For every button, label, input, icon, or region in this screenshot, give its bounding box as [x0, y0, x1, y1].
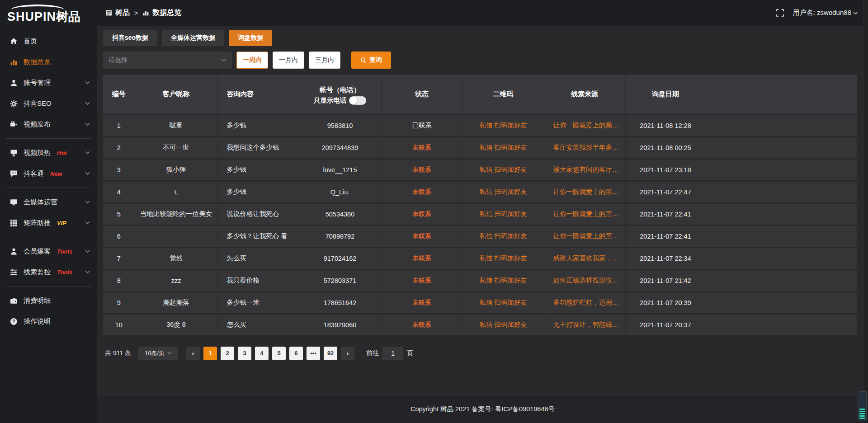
- toggle-knob: [349, 97, 357, 104]
- source-link[interactable]: 客厅安装投影半年多了，真实...: [544, 136, 625, 159]
- sidebar-item-video-publish[interactable]: 视频发布: [0, 114, 97, 135]
- phone-only-toggle[interactable]: [349, 96, 366, 105]
- tab-bar: 抖音seo数据 全媒体运营数据 询盘数据: [103, 30, 857, 46]
- floating-widget[interactable]: [858, 391, 867, 421]
- cell-date: 2021-11-07 22:34: [625, 247, 706, 269]
- sidebar-item-help[interactable]: ? 操作说明: [0, 311, 97, 332]
- qrcode-link[interactable]: 私信 扫码加好友: [462, 291, 544, 314]
- qrcode-link[interactable]: 私信 扫码加好友: [462, 136, 544, 159]
- cell-no: 1: [103, 114, 135, 136]
- chevron-down-icon: [85, 102, 90, 105]
- page-size-select[interactable]: 10条/页: [138, 347, 178, 360]
- header-date: 询盘日期: [625, 75, 706, 114]
- page-button-3[interactable]: 3: [238, 347, 251, 360]
- source-link[interactable]: 如何正确选择投影仪，买投影...: [544, 269, 625, 291]
- source-link[interactable]: 让你一眼就爱上的黑科技，能...: [544, 114, 625, 136]
- qrcode-link[interactable]: 私信 扫码加好友: [462, 181, 544, 203]
- sidebar-divider: [6, 286, 91, 287]
- search-button[interactable]: 查询: [351, 52, 391, 69]
- source-link[interactable]: 无主灯设计，智能磁吸轨道灯...: [544, 314, 625, 336]
- tab-inquiry-data[interactable]: 询盘数据: [229, 30, 272, 46]
- table-row: 1 啵章 多少钱 9583810 已联系 私信 扫码加好友 让你一眼就爱上的黑科…: [103, 114, 857, 136]
- fullscreen-icon[interactable]: [776, 9, 784, 17]
- gear-icon: [10, 100, 18, 108]
- chevron-down-icon: [85, 122, 90, 126]
- next-page-button[interactable]: ›: [341, 347, 354, 360]
- new-badge: New: [50, 170, 62, 177]
- breadcrumb-root[interactable]: 树品: [115, 8, 130, 18]
- source-link[interactable]: 多功能护栏灯，适用于乡村文...: [544, 291, 625, 314]
- table-row: 7 觉然 怎么买 917024162 未联系 私信 扫码加好友 感谢大家喜欢我家…: [103, 247, 857, 269]
- page-button-92[interactable]: 92: [324, 347, 337, 360]
- sidebar-item-home[interactable]: 首页: [0, 31, 97, 52]
- scrollbar[interactable]: [863, 0, 868, 423]
- table-row: 5 当地比较能吃的一位美女 说说价格让我死心 50534380 未联系 私信 扫…: [103, 203, 857, 225]
- account-select[interactable]: 请选择: [103, 52, 232, 69]
- cell-content: 多少钱: [217, 181, 299, 203]
- sidebar-item-video-heat[interactable]: 视频加热 Hot: [0, 142, 97, 163]
- cell-content: 我想问这个多少钱: [217, 136, 299, 159]
- qrcode-link[interactable]: 私信 扫码加好友: [462, 159, 544, 181]
- page-button-2[interactable]: 2: [221, 347, 234, 360]
- qrcode-link[interactable]: 私信 扫码加好友: [462, 203, 544, 225]
- source-link[interactable]: 让你一眼就爱上的黑科技，能...: [544, 203, 625, 225]
- cell-account: 50534380: [299, 203, 381, 225]
- chevron-down-icon: [85, 249, 90, 253]
- vip-badge: VIP: [57, 220, 66, 226]
- source-link[interactable]: 让你一眼就爱上的黑科技，能...: [544, 181, 625, 203]
- breadcrumb-separator: >: [133, 9, 139, 17]
- cell-filler: [706, 269, 857, 291]
- cell-content: 说说价格让我死心: [217, 203, 299, 225]
- table-row: 2 不可一世 我想问这个多少钱 2097344839 未联系 私信 扫码加好友 …: [103, 136, 857, 159]
- sidebar-item-matrix-boost[interactable]: 矩阵助推 VIP: [0, 212, 97, 233]
- cell-no: 10: [103, 314, 135, 336]
- qrcode-link[interactable]: 私信 扫码加好友: [462, 247, 544, 269]
- sidebar-item-spend-detail[interactable]: 消费明细: [0, 290, 97, 311]
- cell-date: 2021-11-07 20:37: [625, 314, 706, 336]
- source-link[interactable]: 感谢大家喜欢我家，被问了好...: [544, 247, 625, 269]
- wallet-icon: [10, 297, 18, 305]
- cell-account: 917024162: [299, 247, 381, 269]
- cell-account: 178651642: [299, 291, 381, 314]
- search-button-label: 查询: [369, 56, 382, 64]
- cell-nickname: 啵章: [135, 114, 217, 136]
- sidebar-item-account-mgmt[interactable]: 账号管理: [0, 72, 97, 93]
- source-link[interactable]: 被大家追着问的客厅投影分享...: [544, 159, 625, 181]
- source-link[interactable]: 让你一眼就爱上的黑科技，能...: [544, 225, 625, 247]
- sidebar-item-douyin-seo[interactable]: 抖音SEO: [0, 93, 97, 114]
- page-ellipsis-button[interactable]: •••: [307, 347, 320, 360]
- page-size-value: 10条/页: [145, 349, 165, 357]
- qrcode-link[interactable]: 私信 扫码加好友: [462, 225, 544, 247]
- page-button-6[interactable]: 6: [289, 347, 303, 360]
- sidebar-item-member-burst[interactable]: 会员爆客 Tools: [0, 241, 97, 262]
- range-quarter-button[interactable]: 三月内: [309, 52, 340, 69]
- prev-page-button[interactable]: ‹: [186, 347, 200, 360]
- header-account: 帐号（电话） 只显示电话: [299, 75, 381, 114]
- qrcode-link[interactable]: 私信 扫码加好友: [462, 314, 544, 336]
- logo: SHUPIN树品: [0, 0, 97, 26]
- range-week-button[interactable]: 一周内: [236, 52, 268, 69]
- cell-filler: [706, 247, 857, 269]
- range-month-button[interactable]: 一月内: [273, 52, 304, 69]
- tab-omnimedia-data[interactable]: 全媒体运营数据: [162, 30, 224, 46]
- qrcode-link[interactable]: 私信 扫码加好友: [462, 114, 544, 136]
- sidebar-item-data-overview[interactable]: 数据总览: [0, 52, 97, 72]
- page-button-5[interactable]: 5: [272, 347, 286, 360]
- user-menu[interactable]: 用户名: zswodun88: [793, 9, 858, 17]
- qrcode-link[interactable]: 私信 扫码加好友: [462, 269, 544, 291]
- chevron-down-icon: [85, 151, 90, 155]
- page-button-4[interactable]: 4: [255, 347, 269, 360]
- inquiry-table: 编号 客户昵称 咨询内容 帐号（电话） 只显示电话 状态 二维码 线索来源 询盘…: [103, 75, 857, 337]
- cell-filler: [706, 225, 857, 247]
- sidebar-item-lead-monitor[interactable]: 线索监控 Tools: [0, 262, 97, 282]
- goto-page-input[interactable]: [382, 347, 403, 360]
- chat-icon: [10, 170, 18, 178]
- page-button-1[interactable]: 1: [203, 347, 217, 360]
- grid-icon: [10, 219, 18, 227]
- sidebar-item-omnimedia[interactable]: 全媒体运营: [0, 192, 97, 212]
- tab-douyin-seo-data[interactable]: 抖音seo数据: [103, 30, 157, 46]
- sidebar-item-doketong[interactable]: 抖客通 New: [0, 163, 97, 184]
- header-account-title: 帐号（电话）: [299, 84, 381, 97]
- cell-filler: [706, 181, 857, 203]
- cell-filler: [706, 314, 857, 336]
